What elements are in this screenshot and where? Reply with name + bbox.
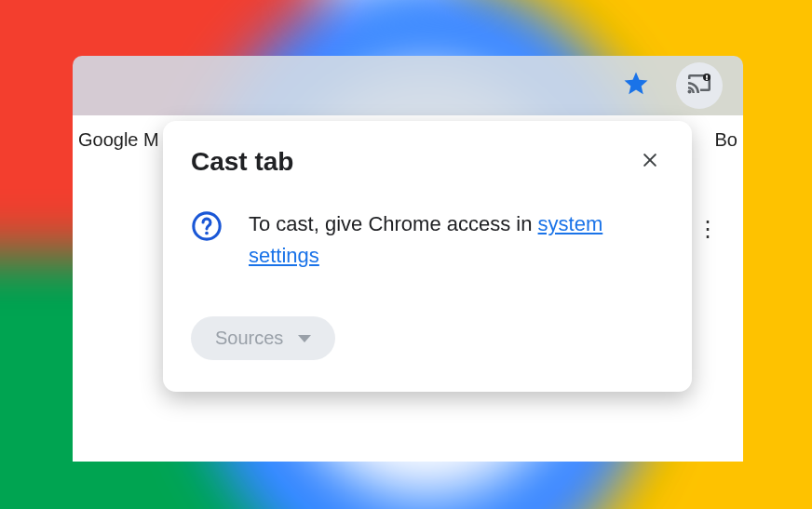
bookmark-item[interactable]: Bo (715, 129, 743, 151)
bookmark-item[interactable]: Google M (73, 129, 159, 151)
scene: Google M Bo ⋮ Cast tab (0, 0, 812, 509)
help-icon (191, 210, 223, 242)
browser-toolbar (73, 56, 743, 115)
cast-icon (687, 74, 711, 98)
bookmark-star-button[interactable] (615, 64, 657, 107)
popup-body: To cast, give Chrome access in system se… (191, 208, 664, 272)
cast-popup: Cast tab To cast, give Chrome (163, 121, 692, 392)
svg-point-7 (205, 232, 209, 235)
popup-header: Cast tab (191, 147, 664, 177)
close-button[interactable] (636, 148, 664, 176)
cast-toolbar-button[interactable] (676, 62, 723, 109)
sources-dropdown-button[interactable]: Sources (191, 316, 335, 360)
vertical-menu-icon[interactable]: ⋮ (697, 216, 719, 242)
close-icon (641, 151, 659, 173)
popup-title: Cast tab (191, 147, 293, 177)
svg-point-0 (688, 90, 692, 94)
sources-label: Sources (215, 328, 283, 349)
cast-permission-message: To cast, give Chrome access in system se… (249, 208, 664, 272)
chevron-down-icon (298, 335, 311, 342)
message-text: To cast, give Chrome access in (249, 212, 538, 235)
star-icon (622, 70, 650, 101)
svg-rect-3 (706, 78, 708, 80)
svg-rect-2 (706, 75, 708, 78)
